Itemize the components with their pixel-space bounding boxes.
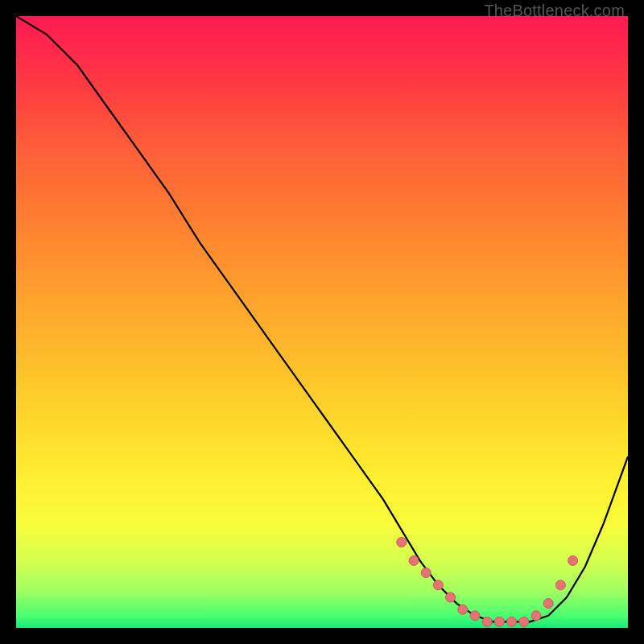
highlight-marker [568, 555, 578, 565]
highlight-marker [433, 580, 443, 590]
highlight-marker [555, 580, 565, 590]
highlight-marker [531, 611, 541, 621]
highlight-marker [507, 617, 517, 626]
chart-frame: TheBottleneck.com [0, 0, 644, 644]
highlight-marker [421, 568, 431, 578]
highlight-marker [409, 555, 419, 565]
highlight-marker [543, 599, 553, 609]
highlight-marker [397, 538, 407, 547]
bottleneck-curve-path [16, 16, 628, 621]
highlight-marker [446, 592, 456, 602]
highlight-marker [494, 617, 504, 626]
curve-svg [16, 16, 628, 628]
highlight-marker [519, 617, 529, 626]
highlight-marker [470, 611, 480, 621]
highlight-marker [458, 605, 468, 614]
highlight-marker [482, 617, 492, 626]
plot-area [16, 16, 628, 628]
